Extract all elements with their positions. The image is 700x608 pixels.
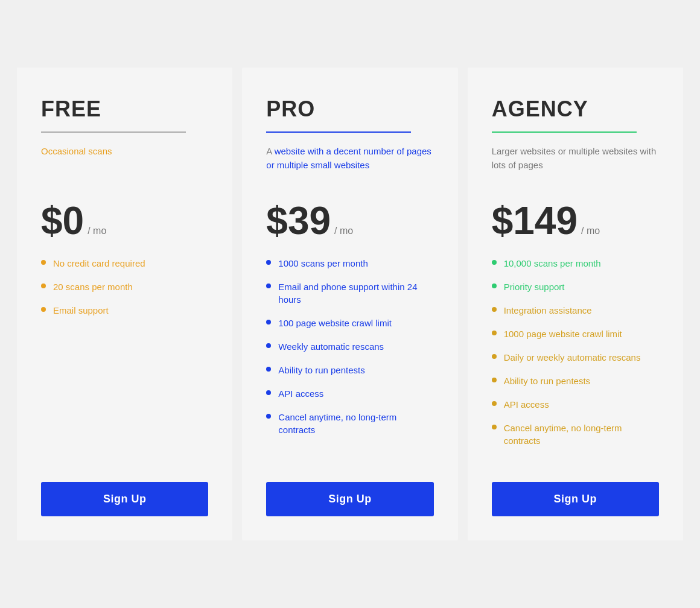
bullet-icon [266,367,271,372]
plan-divider-agency [492,131,637,133]
feature-text: Cancel anytime, no long-term contracts [278,411,433,436]
bullet-icon [41,260,46,265]
list-item: Integration assistance [492,304,659,317]
bullet-icon [492,260,497,265]
list-item: 20 scans per month [41,280,208,293]
plan-description-agency: Larger websites or multiple websites wit… [492,145,659,187]
bullet-icon [266,414,271,419]
feature-text: API access [278,387,323,400]
signup-button-free[interactable]: Sign Up [41,482,208,516]
bullet-icon [492,401,497,406]
list-item: Email support [41,304,208,317]
plan-price-agency: $149/ mo [492,201,659,240]
plan-description-pro: A website with a decent number of pages … [266,145,433,187]
bullet-icon [266,320,271,325]
feature-text: API access [504,398,549,411]
bullet-icon [266,390,271,395]
feature-text: Cancel anytime, no long-term contracts [504,422,659,447]
bullet-icon [492,425,497,429]
price-amount-pro: $39 [266,201,331,240]
feature-text: 20 scans per month [53,280,133,293]
list-item: Daily or weekly automatic rescans [492,351,659,364]
price-period-agency: / mo [581,226,600,236]
list-item: 1000 scans per month [266,257,433,270]
list-item: 100 page website crawl limit [266,317,433,329]
bullet-icon [492,283,497,288]
bullet-icon [492,307,497,312]
plan-card-agency: AGENCYLarger websites or multiple websit… [468,68,683,540]
feature-text: Ability to run pentests [504,375,590,387]
bullet-icon [266,343,271,348]
list-item: Email and phone support within 24 hours [266,280,433,306]
plan-title-agency: AGENCY [492,97,659,122]
plan-title-free: FREE [41,97,208,122]
feature-text: 10,000 scans per month [504,257,601,270]
price-period-free: / mo [88,226,106,236]
list-item: API access [492,398,659,411]
feature-text: Integration assistance [504,304,592,317]
signup-button-agency[interactable]: Sign Up [492,482,659,516]
price-period-pro: / mo [334,226,353,236]
bullet-icon [41,307,46,312]
bullet-icon [266,260,271,265]
list-item: No credit card required [41,257,208,270]
plan-card-free: FREEOccasional scans$0/ moNo credit card… [17,68,232,540]
feature-text: 1000 page website crawl limit [504,328,622,340]
list-item: Priority support [492,280,659,293]
list-item: 10,000 scans per month [492,257,659,270]
bullet-icon [266,283,271,288]
bullet-icon [492,331,497,335]
plan-title-pro: PRO [266,97,433,122]
feature-text: Weekly automatic rescans [278,340,384,353]
bullet-icon [492,354,497,359]
plan-card-pro: PROA website with a decent number of pag… [242,68,457,540]
plan-divider-free [41,131,186,133]
list-item: Cancel anytime, no long-term contracts [492,422,659,447]
feature-text: Priority support [504,280,565,293]
list-item: Weekly automatic rescans [266,340,433,353]
pricing-container: FREEOccasional scans$0/ moNo credit card… [12,68,688,540]
price-amount-agency: $149 [492,201,578,240]
plan-features-pro: 1000 scans per monthEmail and phone supp… [266,257,433,458]
feature-text: Ability to run pentests [278,364,364,376]
list-item: Ability to run pentests [492,375,659,387]
plan-description-free: Occasional scans [41,145,208,187]
feature-text: No credit card required [53,257,145,270]
feature-text: Email support [53,304,109,317]
list-item: 1000 page website crawl limit [492,328,659,340]
signup-button-pro[interactable]: Sign Up [266,482,433,516]
bullet-icon [492,378,497,382]
feature-text: Email and phone support within 24 hours [278,280,433,306]
plan-price-pro: $39/ mo [266,201,433,240]
feature-text: 1000 scans per month [278,257,368,270]
list-item: API access [266,387,433,400]
plan-features-free: No credit card required20 scans per mont… [41,257,208,458]
price-amount-free: $0 [41,201,84,240]
plan-features-agency: 10,000 scans per monthPriority supportIn… [492,257,659,458]
bullet-icon [41,283,46,288]
list-item: Ability to run pentests [266,364,433,376]
plan-price-free: $0/ mo [41,201,208,240]
feature-text: 100 page website crawl limit [278,317,392,329]
feature-text: Daily or weekly automatic rescans [504,351,641,364]
plan-divider-pro [266,131,411,133]
list-item: Cancel anytime, no long-term contracts [266,411,433,436]
